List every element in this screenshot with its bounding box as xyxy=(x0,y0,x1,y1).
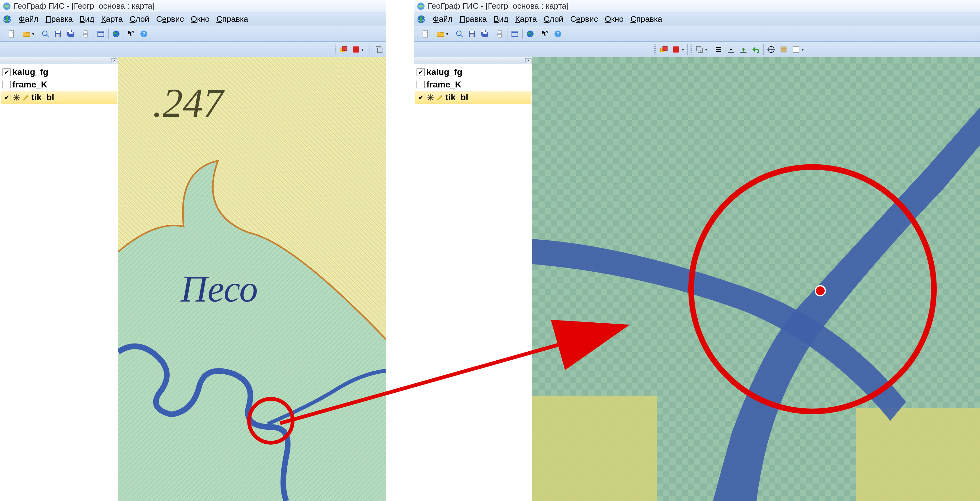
svg-point-36 xyxy=(457,31,461,35)
layer-row[interactable]: kalug_fg xyxy=(415,66,531,78)
panel-close-button[interactable]: × xyxy=(111,58,117,63)
svg-rect-40 xyxy=(470,34,474,37)
svg-rect-42 xyxy=(481,30,485,32)
layer-row[interactable]: tik_bl_ xyxy=(1,91,117,104)
save-button[interactable] xyxy=(52,28,64,40)
menu-service[interactable]: Сервис xyxy=(156,14,184,24)
help-arrow-button[interactable]: ? xyxy=(540,28,551,40)
menu-edit[interactable]: Правка xyxy=(460,14,487,24)
svg-text:.247: .247 xyxy=(153,81,225,126)
svg-line-37 xyxy=(460,35,463,37)
layers-button[interactable] xyxy=(374,44,385,55)
svg-rect-35 xyxy=(423,30,428,37)
menubar: Файл Правка Вид Карта Слой Сервис Окно С… xyxy=(0,13,386,26)
help-round-button[interactable]: ? xyxy=(138,28,150,40)
toolbar-grip[interactable] xyxy=(690,44,692,55)
map-canvas-left[interactable]: .247 Песо xyxy=(118,57,386,501)
toolbar-grip[interactable] xyxy=(369,44,372,55)
layer-color-button[interactable] xyxy=(338,44,349,55)
menu-window[interactable]: Окно xyxy=(191,14,210,24)
menu-file[interactable]: Файл xyxy=(433,14,453,24)
toolbar-grip[interactable] xyxy=(333,44,336,55)
layer-name: kalug_fg xyxy=(426,67,462,77)
window-button[interactable] xyxy=(509,28,520,40)
save-all-button[interactable] xyxy=(65,28,76,40)
layer-row[interactable]: tik_bl_ xyxy=(415,91,531,104)
svg-rect-12 xyxy=(69,32,73,33)
layer-row[interactable]: frame_K xyxy=(1,78,117,91)
svg-text:?: ? xyxy=(143,31,145,37)
print-button[interactable] xyxy=(80,28,91,40)
zoom-button[interactable] xyxy=(454,28,465,40)
undo-button[interactable] xyxy=(750,44,762,55)
new-button[interactable] xyxy=(6,28,17,40)
grid-button[interactable] xyxy=(778,44,789,55)
svg-point-4 xyxy=(42,31,47,35)
align-left-button[interactable] xyxy=(713,44,724,55)
open-button[interactable] xyxy=(21,28,36,40)
save-button[interactable] xyxy=(466,28,477,40)
svg-text:+: + xyxy=(700,48,702,53)
svg-rect-25 xyxy=(376,46,381,51)
svg-rect-39 xyxy=(470,31,474,33)
layer-row[interactable]: kalug_fg xyxy=(1,66,117,78)
toolbar-grip[interactable] xyxy=(1,28,4,40)
menu-window[interactable]: Окно xyxy=(605,14,624,24)
river-label: Песо xyxy=(180,268,258,310)
layer-checkbox[interactable] xyxy=(3,94,11,101)
layer-checkbox[interactable] xyxy=(417,68,425,76)
menu-view[interactable]: Вид xyxy=(494,14,508,24)
window-title: ГеоГраф ГИС - [Геогр_основа : карта] xyxy=(14,1,154,11)
svg-text:?: ? xyxy=(132,30,135,35)
toolbar-grip[interactable] xyxy=(654,44,656,55)
align-bottom-button[interactable] xyxy=(725,44,737,55)
globe-icon[interactable] xyxy=(3,14,12,24)
window-button[interactable] xyxy=(95,28,107,40)
earth-button[interactable] xyxy=(110,28,122,40)
svg-rect-16 xyxy=(98,31,104,37)
fill-color-button[interactable] xyxy=(350,44,365,55)
target-button[interactable] xyxy=(765,44,777,55)
menu-service[interactable]: Сервис xyxy=(570,14,598,24)
svg-text:?: ? xyxy=(557,31,559,37)
new-button[interactable] xyxy=(420,28,431,40)
globe-icon[interactable] xyxy=(417,14,426,24)
help-arrow-button[interactable]: ? xyxy=(126,28,137,40)
layer-row[interactable]: frame_K xyxy=(415,78,531,91)
align-top-button[interactable] xyxy=(738,44,749,55)
zoom-button[interactable] xyxy=(40,28,51,40)
svg-rect-74 xyxy=(856,408,980,501)
open-button[interactable] xyxy=(435,28,450,40)
layer-checkbox[interactable] xyxy=(417,94,425,101)
menu-file[interactable]: Файл xyxy=(19,14,38,24)
menu-help[interactable]: Справка xyxy=(216,14,248,24)
empty-rect-button[interactable] xyxy=(791,44,805,55)
menu-help[interactable]: Справка xyxy=(630,14,662,24)
earth-button[interactable] xyxy=(525,28,536,40)
menu-layer[interactable]: Слой xyxy=(544,14,563,24)
layer-color-button[interactable] xyxy=(658,44,669,55)
layer-checkbox[interactable] xyxy=(417,81,425,88)
svg-rect-55 xyxy=(663,46,667,51)
layers-panel: × kalug_fg frame_K tik_bl_ xyxy=(0,57,118,501)
app-icon xyxy=(3,2,11,11)
menu-layer[interactable]: Слой xyxy=(129,14,149,24)
fill-color-button[interactable] xyxy=(671,44,686,55)
layer-checkbox[interactable] xyxy=(3,68,11,76)
layer-name: tik_bl_ xyxy=(32,92,59,102)
layer-checkbox[interactable] xyxy=(3,81,11,88)
map-canvas-right[interactable] xyxy=(532,57,980,501)
help-round-button[interactable]: ? xyxy=(552,28,563,40)
panel-close-button[interactable]: × xyxy=(525,58,531,63)
save-all-button[interactable] xyxy=(479,28,490,40)
toolbar-grip[interactable] xyxy=(415,28,418,40)
layers-button[interactable]: + xyxy=(694,44,709,55)
svg-rect-10 xyxy=(67,30,71,32)
svg-rect-15 xyxy=(84,35,88,37)
menu-edit[interactable]: Правка xyxy=(45,14,73,24)
menu-map[interactable]: Карта xyxy=(101,14,123,24)
menu-view[interactable]: Вид xyxy=(80,14,94,24)
menu-map[interactable]: Карта xyxy=(515,14,537,24)
svg-text:?: ? xyxy=(546,30,549,35)
print-button[interactable] xyxy=(494,28,505,40)
